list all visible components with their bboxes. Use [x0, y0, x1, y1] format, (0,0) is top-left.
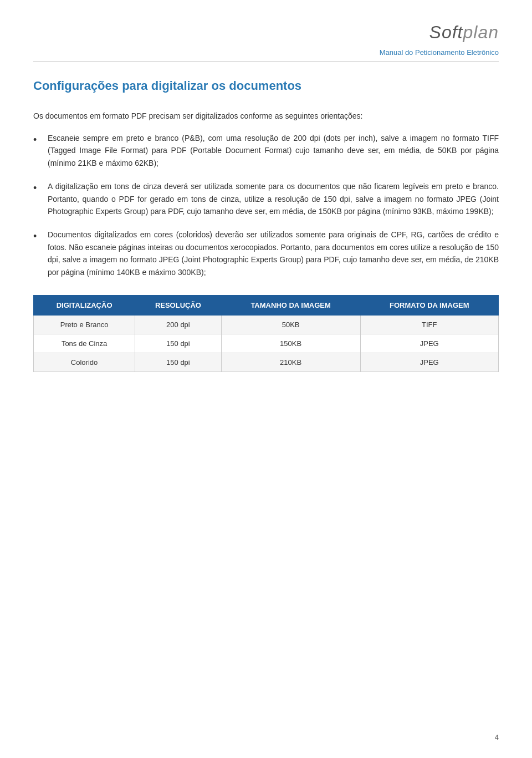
cell-resolucao-3: 150 dpi: [135, 353, 222, 372]
cell-tamanho-2: 150KB: [221, 334, 360, 353]
list-item: • Escaneie sempre em preto e branco (P&B…: [33, 132, 499, 169]
page: Softplan Manual do Peticionamento Eletrô…: [0, 0, 532, 758]
header: Softplan: [33, 22, 499, 43]
cell-digitalizacao-3: Colorido: [34, 353, 135, 372]
table-body: Preto e Branco 200 dpi 50KB TIFF Tons de…: [34, 315, 499, 372]
intro-text: Os documentos em formato PDF precisam se…: [33, 110, 499, 122]
cell-digitalizacao-1: Preto e Branco: [34, 315, 135, 334]
logo: Softplan: [429, 22, 499, 43]
logo-plan: plan: [463, 22, 499, 42]
page-number: 4: [495, 733, 499, 741]
table-row: Tons de Cinza 150 dpi 150KB JPEG: [34, 334, 499, 353]
col-header-tamanho: TAMANHO DA IMAGEM: [221, 295, 360, 315]
manual-title: Manual do Peticionamento Eletrônico: [380, 48, 499, 57]
table-header-row: DIGITALIZAÇÃO RESOLUÇÃO TAMANHO DA IMAGE…: [34, 295, 499, 315]
table-row: Colorido 150 dpi 210KB JPEG: [34, 353, 499, 372]
bullet-icon: •: [33, 181, 43, 195]
cell-tamanho-1: 50KB: [221, 315, 360, 334]
col-header-resolucao: RESOLUÇÃO: [135, 295, 222, 315]
bullet-text-1: Escaneie sempre em preto e branco (P&B),…: [48, 132, 499, 169]
data-table: DIGITALIZAÇÃO RESOLUÇÃO TAMANHO DA IMAGE…: [33, 295, 499, 372]
table-head: DIGITALIZAÇÃO RESOLUÇÃO TAMANHO DA IMAGE…: [34, 295, 499, 315]
cell-formato-3: JPEG: [360, 353, 498, 372]
bullet-list: • Escaneie sempre em preto e branco (P&B…: [33, 132, 499, 278]
cell-resolucao-2: 150 dpi: [135, 334, 222, 353]
col-header-digitalizacao: DIGITALIZAÇÃO: [34, 295, 135, 315]
bullet-icon: •: [33, 133, 43, 147]
bullet-text-3: Documentos digitalizados em cores (color…: [48, 228, 499, 278]
cell-tamanho-3: 210KB: [221, 353, 360, 372]
table-row: Preto e Branco 200 dpi 50KB TIFF: [34, 315, 499, 334]
list-item: • Documentos digitalizados em cores (col…: [33, 228, 499, 278]
list-item: • A digitalização em tons de cinza dever…: [33, 180, 499, 217]
page-title: Configurações para digitalizar os docume…: [33, 78, 499, 94]
cell-formato-1: TIFF: [360, 315, 498, 334]
cell-formato-2: JPEG: [360, 334, 498, 353]
subheader: Manual do Peticionamento Eletrônico: [33, 48, 499, 62]
bullet-text-2: A digitalização em tons de cinza deverá …: [48, 180, 499, 217]
bullet-icon: •: [33, 230, 43, 243]
col-header-formato: FORMATO DA IMAGEM: [360, 295, 498, 315]
cell-digitalizacao-2: Tons de Cinza: [34, 334, 135, 353]
cell-resolucao-1: 200 dpi: [135, 315, 222, 334]
logo-soft: Soft: [429, 22, 463, 42]
